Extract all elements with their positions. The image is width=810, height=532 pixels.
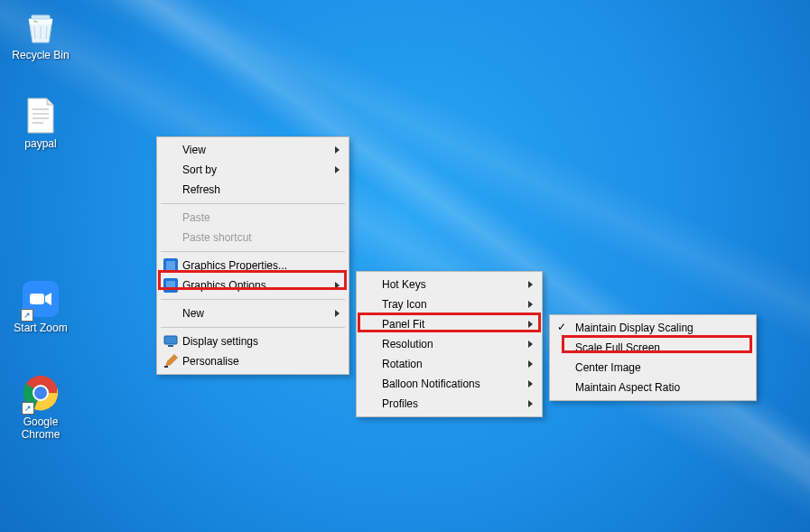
shortcut-overlay-icon: ↗ <box>21 309 33 322</box>
menu-item-profiles[interactable]: Profiles <box>358 394 540 414</box>
personalise-icon <box>163 353 179 369</box>
menu-item-center-image[interactable]: Center Image <box>552 358 754 378</box>
desktop-icon-label: Google Chrome <box>5 415 76 441</box>
menu-item-balloon-notifications[interactable]: Balloon Notifications <box>358 374 540 394</box>
svg-rect-11 <box>166 261 175 270</box>
zoom-icon: ↗ <box>21 280 61 320</box>
menu-item-tray-icon[interactable]: Tray Icon <box>358 294 540 314</box>
recycle-bin-icon <box>21 7 61 47</box>
check-icon: ✓ <box>557 321 566 333</box>
desktop-icon-label: Recycle Bin <box>5 49 76 61</box>
menu-item-hot-keys[interactable]: Hot Keys <box>358 275 540 294</box>
menu-item-view[interactable]: View <box>159 140 347 160</box>
chrome-icon: ↗ <box>21 374 61 414</box>
desktop-icon-recycle-bin[interactable]: Recycle Bin <box>5 7 76 61</box>
background-rays <box>0 0 810 532</box>
intel-graphics-icon <box>163 277 179 294</box>
menu-item-sort-by[interactable]: Sort by <box>159 160 347 180</box>
desktop-icon-start-zoom[interactable]: ↗ Start Zoom <box>5 280 76 334</box>
menu-item-new[interactable]: New <box>159 303 347 323</box>
menu-item-refresh[interactable]: Refresh <box>159 180 347 200</box>
menu-separator <box>161 299 345 300</box>
shortcut-overlay-icon: ↗ <box>22 402 34 415</box>
menu-item-maintain-display-scaling[interactable]: ✓ Maintain Display Scaling <box>552 318 754 338</box>
menu-separator <box>161 203 345 204</box>
menu-separator <box>161 327 345 328</box>
desktop-icon-google-chrome[interactable]: ↗ Google Chrome <box>5 374 76 441</box>
svg-rect-16 <box>164 366 168 368</box>
display-settings-icon <box>163 333 179 350</box>
text-file-icon <box>21 96 61 135</box>
menu-item-paste-shortcut: Paste shortcut <box>159 228 347 247</box>
menu-item-resolution[interactable]: Resolution <box>358 334 540 354</box>
menu-item-graphics-properties[interactable]: Graphics Properties... <box>159 256 347 275</box>
menu-item-graphics-options[interactable]: Graphics Options <box>159 275 347 295</box>
desktop-icon-label: Start Zoom <box>5 322 76 334</box>
desktop-icon-label: paypal <box>5 137 76 150</box>
menu-item-rotation[interactable]: Rotation <box>358 354 540 374</box>
svg-rect-15 <box>168 345 173 347</box>
svg-point-9 <box>34 387 47 399</box>
svg-rect-6 <box>30 294 44 304</box>
svg-rect-13 <box>166 281 175 290</box>
menu-item-maintain-aspect-ratio[interactable]: Maintain Aspect Ratio <box>552 378 754 397</box>
svg-rect-14 <box>164 336 177 344</box>
context-menu-graphics-options: Hot Keys Tray Icon Panel Fit Resolution … <box>356 271 543 417</box>
menu-item-display-settings[interactable]: Display settings <box>159 331 347 351</box>
svg-rect-0 <box>32 15 50 19</box>
intel-graphics-icon <box>163 257 179 274</box>
context-menu-panel-fit: ✓ Maintain Display Scaling Scale Full Sc… <box>549 314 757 401</box>
menu-item-scale-full-screen[interactable]: Scale Full Screen <box>552 338 754 358</box>
desktop-icon-paypal[interactable]: paypal <box>5 96 76 150</box>
context-menu-main: View Sort by Refresh Paste Paste shortcu… <box>156 136 349 375</box>
menu-item-paste: Paste <box>159 208 347 228</box>
menu-item-panel-fit[interactable]: Panel Fit <box>358 314 540 334</box>
menu-item-personalise[interactable]: Personalise <box>159 351 347 371</box>
menu-separator <box>161 251 345 252</box>
